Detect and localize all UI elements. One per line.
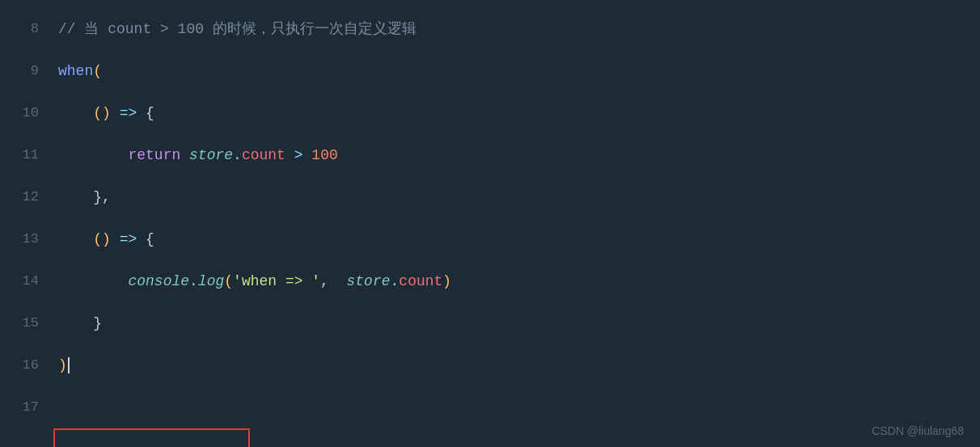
open-paren-9: (	[93, 50, 102, 92]
parens-13: ()	[93, 218, 111, 260]
paren-open-14: (	[224, 260, 233, 302]
line-num-17: 17	[16, 386, 39, 428]
gt-op-11: >	[294, 134, 303, 176]
text-cursor	[68, 357, 70, 373]
space-10	[111, 92, 120, 134]
line-content-14: console . log ( 'when => ' , store . cou…	[58, 260, 451, 302]
line-num-14: 14	[16, 260, 39, 302]
close-brace-15: }	[93, 302, 102, 344]
count-prop-11: count	[242, 134, 285, 176]
line-content-16: )	[58, 344, 70, 386]
line-13: 13 () => {	[0, 218, 980, 260]
line-8: 8 // 当 count > 100 的时候，只执行一次自定义逻辑	[0, 8, 980, 50]
comment-text-8: // 当 count > 100 的时候，只执行一次自定义逻辑	[58, 8, 416, 50]
comma-14: ,	[320, 260, 346, 302]
line-content-17	[58, 386, 67, 428]
line-content-18: store . changeCount ( 200 )	[58, 428, 250, 447]
when-keyword: when	[58, 50, 93, 92]
watermark: CSDN @liulang68	[872, 424, 964, 437]
line-content-10: () => {	[58, 92, 154, 134]
dot-14: .	[189, 260, 198, 302]
space-13	[111, 218, 120, 260]
close-brace-comma-12: },	[93, 176, 111, 218]
line-num-16: 16	[16, 344, 39, 386]
line-num-9: 9	[16, 50, 39, 92]
dot2-14: .	[391, 260, 399, 302]
indent-14	[58, 260, 128, 302]
indent-10	[58, 92, 93, 134]
indent-13	[58, 218, 93, 260]
line-18: 18 store . changeCount ( 200 ) 只执行一次下面的不…	[0, 428, 980, 447]
line-14: 14 console . log ( 'when => ' , store . …	[0, 260, 980, 302]
line-num-12: 12	[16, 176, 39, 218]
line-content-12: },	[58, 176, 111, 218]
space2-10	[137, 92, 146, 134]
arrow-10: =>	[120, 92, 137, 134]
paren-close-14: )	[442, 260, 451, 302]
string-when: 'when => '	[233, 260, 320, 302]
log-method: log	[198, 260, 224, 302]
store-ref-11: store	[189, 134, 233, 176]
space2-11	[285, 134, 294, 176]
close-paren-16: )	[58, 344, 67, 386]
count-prop-14: count	[399, 260, 442, 302]
line-content-8: // 当 count > 100 的时候，只执行一次自定义逻辑	[58, 8, 416, 50]
space-11	[180, 134, 189, 176]
line-num-11: 11	[16, 134, 39, 176]
parens-10: ()	[93, 92, 111, 134]
line-17: 17	[0, 386, 980, 428]
code-block: 8 // 当 count > 100 的时候，只执行一次自定义逻辑 9 when…	[0, 0, 980, 447]
line-num-15: 15	[16, 302, 39, 344]
line-num-10: 10	[16, 92, 39, 134]
indent-15	[58, 302, 93, 344]
indent-11	[58, 134, 128, 176]
dot-11: .	[233, 134, 242, 176]
line-9: 9 when(	[0, 50, 980, 92]
console-ref: console	[128, 260, 189, 302]
line-content-13: () => {	[58, 218, 154, 260]
line-10: 10 () => {	[0, 92, 980, 134]
space2-13	[137, 218, 146, 260]
code-container: 8 // 当 count > 100 的时候，只执行一次自定义逻辑 9 when…	[0, 0, 980, 447]
line-num-8: 8	[16, 8, 39, 50]
brace-open-13: {	[146, 218, 154, 260]
line-num-13: 13	[16, 218, 39, 260]
store-ref-14: store	[347, 260, 391, 302]
line-content-15: }	[58, 302, 102, 344]
brace-open-10: {	[146, 92, 154, 134]
num-100: 100	[311, 134, 337, 176]
line-15: 15 }	[0, 302, 980, 344]
return-keyword: return	[128, 134, 180, 176]
indent-12	[58, 176, 93, 218]
line-content-11: return store . count > 100	[58, 134, 338, 176]
line-11: 11 return store . count > 100	[0, 134, 980, 176]
space3-11	[303, 134, 312, 176]
arrow-13: =>	[120, 218, 137, 260]
line-12: 12 },	[0, 176, 980, 218]
line-16: 16 )	[0, 344, 980, 386]
line-content-9: when(	[58, 50, 102, 92]
